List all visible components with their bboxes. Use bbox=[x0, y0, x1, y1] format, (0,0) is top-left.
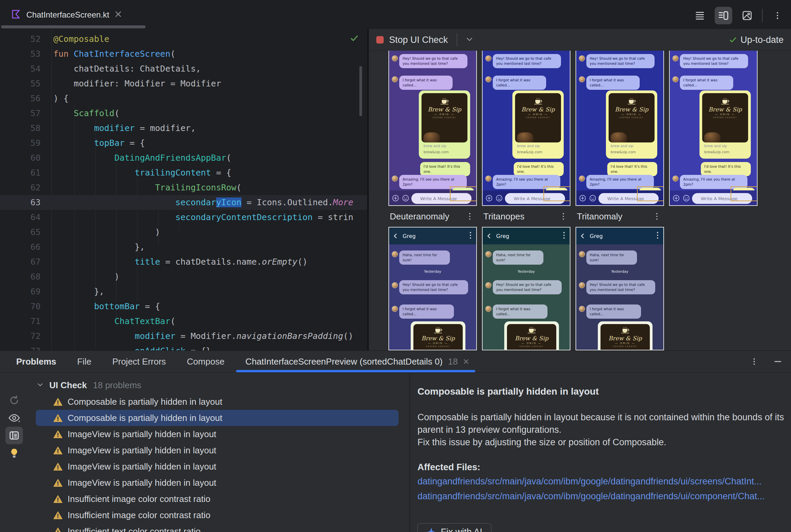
link-preview-card: Brew & Sip— ONID —COFFEE CASSIDYbrew and… bbox=[699, 91, 751, 159]
kebab-menu-icon[interactable] bbox=[750, 357, 758, 366]
problem-item[interactable]: Composable is partially hidden in layout bbox=[36, 394, 399, 410]
add-icon[interactable] bbox=[392, 194, 399, 203]
problem-item[interactable]: Insufficient text color contrast ratio bbox=[36, 523, 399, 532]
card-url[interactable]: brew&sip.com bbox=[517, 150, 542, 154]
code-line[interactable]: 55 modifier: Modifier = Modifier bbox=[0, 76, 367, 91]
line-number: 60 bbox=[0, 151, 51, 166]
view-options-eye-icon[interactable] bbox=[5, 409, 23, 427]
code-line[interactable]: 68 ) bbox=[0, 269, 367, 284]
kebab-menu-icon[interactable] bbox=[465, 209, 475, 224]
problem-item[interactable]: Insufficient image color contrast ratio bbox=[36, 507, 399, 523]
problem-item[interactable]: ImageView is partially hidden in layout bbox=[36, 426, 399, 442]
problem-description: Composable is partially hidden in layout… bbox=[418, 411, 787, 436]
tab-project-errors[interactable]: Project Errors bbox=[112, 357, 166, 367]
code-view-icon[interactable] bbox=[691, 7, 709, 24]
code-line[interactable]: 72 modifier = Modifier.navigationBarsPad… bbox=[0, 329, 367, 344]
close-tab-icon[interactable] bbox=[463, 359, 469, 365]
phone-preview-row2[interactable]: GregHaha, next time for sure!YesterdayHe… bbox=[575, 227, 664, 350]
code-line[interactable]: 58 modifier = modifier, bbox=[0, 121, 367, 136]
fix-with-ai-button[interactable]: Fix with AI bbox=[418, 523, 492, 532]
code-line[interactable]: 61 trailingContent = { bbox=[0, 166, 367, 180]
avatar bbox=[485, 175, 492, 182]
phone-preview-row1[interactable]: Hey! Should we go to that cafe you menti… bbox=[669, 51, 758, 206]
card-url[interactable]: brew&sip.com bbox=[611, 150, 636, 154]
ui-check-highlight bbox=[731, 186, 758, 201]
toolbar-divider bbox=[762, 9, 762, 22]
lightbulb-icon[interactable] bbox=[5, 444, 23, 462]
problem-item-label: ImageView is partially hidden in layout bbox=[68, 478, 216, 488]
back-icon bbox=[487, 233, 492, 238]
phone-preview-row2[interactable]: GregHaha, next time for sure!YesterdayHe… bbox=[482, 227, 570, 350]
problem-item[interactable]: Insufficient image color contrast ratio bbox=[36, 491, 399, 507]
stop-ui-check-button[interactable]: Stop UI Check bbox=[389, 35, 448, 45]
tab-file[interactable]: File bbox=[77, 357, 92, 367]
code-line[interactable]: 56) { bbox=[0, 91, 367, 106]
card-image: Brew & Sip— ONID —COFFEE CASSIDY bbox=[422, 93, 467, 142]
code-line[interactable]: 67 title = chatDetails.name.orEmpty() bbox=[0, 254, 367, 269]
code-line[interactable]: 53fun ChatInterfaceScreen( bbox=[0, 46, 367, 61]
emoji-icon[interactable] bbox=[402, 194, 409, 203]
add-icon[interactable] bbox=[673, 194, 680, 203]
code-line[interactable]: 64 secondaryContentDescription = strin bbox=[0, 210, 367, 225]
affected-file-link[interactable]: datingandfriends/src/main/java/com/ibm/g… bbox=[418, 490, 787, 502]
phone-preview-row1[interactable]: Hey! Should we go to that cafe you menti… bbox=[575, 51, 664, 206]
line-number: 52 bbox=[0, 32, 51, 46]
problem-item[interactable]: ImageView is partially hidden in layout bbox=[36, 458, 399, 475]
code-line[interactable]: 70 bottomBar = { bbox=[0, 299, 367, 314]
chat-header: Greg bbox=[576, 228, 663, 244]
code-line[interactable]: 63 secondaryIcon = Icons.Outlined.More bbox=[0, 195, 367, 210]
refresh-icon[interactable] bbox=[5, 392, 23, 409]
preview-label: Tritanomaly bbox=[577, 209, 623, 224]
phone-preview-row1[interactable]: Hey! Should we go to that cafe you menti… bbox=[388, 51, 477, 206]
code-line[interactable]: 52@Composable bbox=[0, 32, 367, 46]
problem-item[interactable]: ImageView is partially hidden in layout bbox=[36, 475, 399, 491]
minimize-icon[interactable] bbox=[773, 357, 782, 366]
phone-preview-row1[interactable]: Hey! Should we go to that cafe you menti… bbox=[482, 51, 570, 206]
horizontal-scrollbar[interactable] bbox=[1, 25, 146, 28]
tab-compose[interactable]: Compose bbox=[187, 357, 224, 367]
kebab-menu-icon[interactable] bbox=[652, 209, 662, 224]
problem-item[interactable]: Composable is partially hidden in layout bbox=[36, 410, 399, 426]
design-view-icon[interactable] bbox=[738, 7, 756, 24]
tab-ui-check-active[interactable]: ChatInterfaceScreenPreview (sortedChatDe… bbox=[245, 351, 470, 372]
kebab-menu-icon[interactable] bbox=[558, 209, 568, 224]
code-line[interactable]: 69 }, bbox=[0, 284, 367, 299]
code-line[interactable]: 65 ) bbox=[0, 225, 367, 240]
close-tab-icon[interactable] bbox=[114, 11, 122, 19]
chat-bubble: I'd love that! It's this one. bbox=[607, 162, 657, 176]
emoji-icon[interactable] bbox=[495, 194, 503, 203]
code-line[interactable]: 73 onAddClick = {} bbox=[0, 344, 367, 350]
add-icon[interactable] bbox=[485, 194, 493, 203]
problems-list[interactable]: UI Check 18 problems Composable is parti… bbox=[24, 373, 409, 532]
split-view-icon[interactable] bbox=[715, 7, 732, 24]
editor-scrollbar[interactable] bbox=[360, 66, 362, 116]
more-options-icon[interactable] bbox=[769, 7, 786, 24]
ai-sparkle-icon bbox=[427, 527, 436, 532]
layout-panel-icon[interactable] bbox=[5, 427, 23, 444]
file-tab-title: ChatInterfaceScreen.kt bbox=[26, 10, 109, 20]
problem-item[interactable]: ImageView is partially hidden in layout bbox=[36, 442, 399, 458]
line-number: 53 bbox=[0, 46, 51, 61]
code-line[interactable]: 54 chatDetails: ChatDetails, bbox=[0, 61, 367, 76]
add-icon[interactable] bbox=[579, 194, 586, 203]
code-line[interactable]: 60 DatingAndFriendsAppBar( bbox=[0, 151, 367, 166]
inspections-ok-icon[interactable] bbox=[349, 33, 360, 44]
code-line[interactable]: 62 TrailingIconsRow( bbox=[0, 180, 367, 195]
code-line[interactable]: 71 ChatTextBar( bbox=[0, 314, 367, 329]
chevron-down-icon[interactable] bbox=[466, 37, 473, 43]
code-line[interactable]: 59 topBar = { bbox=[0, 136, 367, 151]
emoji-icon[interactable] bbox=[683, 194, 690, 203]
code-editor[interactable]: 52@Composable53fun ChatInterfaceScreen(5… bbox=[0, 29, 367, 350]
card-url[interactable]: brew&sip.com bbox=[704, 150, 730, 154]
emoji-icon[interactable] bbox=[589, 194, 596, 203]
phone-preview-row2[interactable]: GregHaha, next time for sure!YesterdayHe… bbox=[388, 227, 477, 350]
problems-group-header[interactable]: UI Check 18 problems bbox=[37, 377, 141, 393]
warning-icon bbox=[53, 479, 62, 487]
file-tab[interactable]: ChatInterfaceScreen.kt bbox=[6, 6, 127, 24]
problem-item-label: Insufficient image color contrast ratio bbox=[68, 494, 210, 504]
affected-file-link[interactable]: datingandfriends/src/main/java/com/ibm/g… bbox=[418, 475, 787, 488]
card-url[interactable]: brew&sip.com bbox=[424, 150, 449, 154]
code-line[interactable]: 57 Scaffold( bbox=[0, 106, 367, 121]
coffee-cup-photo bbox=[611, 132, 627, 142]
code-line[interactable]: 66 }, bbox=[0, 240, 367, 254]
